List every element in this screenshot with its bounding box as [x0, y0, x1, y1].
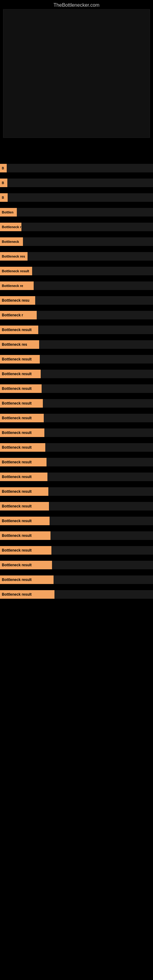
row-spacer	[0, 454, 153, 456]
result-bar	[37, 311, 153, 320]
result-bar	[7, 178, 153, 187]
result-bar	[45, 428, 153, 437]
result-row: Bottleneck result	[0, 500, 153, 512]
result-bar	[49, 517, 153, 525]
row-spacer	[0, 321, 153, 324]
result-row: Bottleneck result	[0, 427, 153, 439]
row-spacer	[0, 542, 153, 544]
row-spacer	[0, 277, 153, 280]
chart-area	[3, 9, 150, 138]
row-spacer	[0, 366, 153, 368]
result-label: Bottleneck result	[0, 443, 45, 452]
result-row: Bottleneck result	[0, 574, 153, 585]
result-row: Bottleneck result	[0, 353, 153, 365]
row-spacer	[0, 248, 153, 250]
result-label: Bottleneck result	[0, 531, 51, 540]
row-spacer	[0, 410, 153, 412]
row-spacer	[0, 351, 153, 353]
result-bar	[44, 414, 153, 422]
result-bar	[21, 223, 153, 231]
row-spacer	[0, 425, 153, 427]
result-bar	[46, 458, 153, 466]
result-label: Bottleneck result	[0, 590, 54, 599]
result-label: Bottleneck result	[0, 517, 49, 525]
result-row: Bottleneck result	[0, 515, 153, 527]
result-row: Bottleneck r	[0, 221, 153, 233]
result-label: B	[0, 193, 8, 202]
result-label: Bottleneck re	[0, 282, 33, 290]
result-row: Bottleneck result	[0, 456, 153, 468]
row-spacer	[0, 586, 153, 589]
row-spacer	[0, 189, 153, 192]
row-spacer	[0, 483, 153, 486]
result-bar	[49, 502, 153, 511]
result-row: Bottleneck resu	[0, 294, 153, 306]
result-row: Bottleneck result	[0, 383, 153, 395]
result-bar	[54, 576, 153, 584]
top-spacer	[0, 138, 153, 156]
result-label: Bottleneck result	[0, 267, 32, 275]
result-bar	[32, 267, 153, 275]
result-bar	[45, 443, 153, 452]
result-row: Bottlen	[0, 207, 153, 218]
result-row: Bottleneck result	[0, 559, 153, 571]
result-row: B	[0, 192, 153, 204]
result-label: Bottleneck result	[0, 561, 52, 569]
result-row: Bottleneck result	[0, 486, 153, 497]
row-spacer	[0, 307, 153, 309]
result-label: B	[0, 164, 7, 172]
row-spacer	[0, 527, 153, 530]
result-bar	[39, 340, 153, 349]
result-label: Bottleneck result	[0, 458, 46, 466]
result-row: Bottleneck result	[0, 530, 153, 541]
result-label: Bottleneck r	[0, 311, 37, 320]
result-bar	[38, 326, 153, 334]
result-label: Bottleneck result	[0, 487, 48, 496]
result-label: Bottleneck resu	[0, 296, 35, 305]
result-label: Bottleneck result	[0, 502, 49, 511]
result-row: Bottleneck result	[0, 324, 153, 336]
row-spacer	[0, 233, 153, 236]
result-bar	[41, 370, 153, 378]
result-label: Bottleneck result	[0, 384, 41, 393]
row-spacer	[0, 263, 153, 265]
result-bar	[51, 531, 153, 540]
row-spacer	[0, 175, 153, 177]
result-bar	[48, 473, 153, 481]
row-spacer	[0, 380, 153, 383]
result-row: Bottleneck	[0, 236, 153, 247]
row-spacer	[0, 469, 153, 471]
result-label: Bottleneck result	[0, 576, 54, 584]
row-spacer	[0, 571, 153, 574]
result-row: Bottleneck result	[0, 412, 153, 424]
result-label: Bottleneck result	[0, 326, 38, 334]
result-label: Bottleneck r	[0, 223, 21, 231]
row-spacer	[0, 601, 153, 603]
result-row: Bottleneck res	[0, 250, 153, 262]
result-bar	[51, 546, 153, 555]
result-row: Bottleneck r	[0, 309, 153, 321]
row-spacer	[0, 513, 153, 515]
result-bar	[40, 355, 153, 364]
result-bar	[52, 561, 153, 569]
result-row: B	[0, 162, 153, 174]
result-row: Bottleneck result	[0, 442, 153, 453]
result-label: Bottleneck	[0, 237, 23, 246]
result-label: Bottleneck res	[0, 340, 39, 349]
result-bar	[41, 384, 153, 393]
result-row: Bottleneck result	[0, 398, 153, 409]
result-label: Bottleneck result	[0, 428, 45, 437]
result-label: Bottleneck result	[0, 473, 48, 481]
result-bar	[54, 590, 153, 599]
result-label: Bottleneck result	[0, 414, 44, 422]
result-label: Bottleneck result	[0, 355, 40, 364]
result-bar	[35, 296, 153, 305]
row-spacer	[0, 336, 153, 339]
result-label: Bottleneck result	[0, 546, 51, 555]
result-label: B	[0, 178, 7, 187]
row-spacer	[0, 292, 153, 294]
result-bar	[7, 164, 153, 172]
row-spacer	[0, 498, 153, 500]
chart-inner	[3, 9, 150, 138]
result-bar	[27, 252, 153, 261]
